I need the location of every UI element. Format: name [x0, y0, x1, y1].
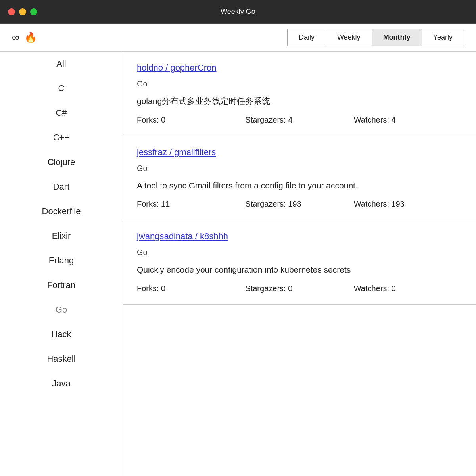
language-sidebar: All C C# C++ Clojure Dart Dockerfile Eli…	[0, 52, 123, 476]
repo-description-2: Quickly encode your configuration into k…	[137, 263, 462, 276]
sidebar-item-dart[interactable]: Dart	[0, 175, 123, 199]
close-button[interactable]	[8, 8, 15, 15]
repo-language-2: Go	[137, 248, 462, 257]
repo-stats-1: Forks: 11 Stargazers: 193 Watchers: 193	[137, 200, 462, 209]
infinity-icon: ∞	[12, 31, 19, 44]
period-yearly-button[interactable]: Yearly	[422, 29, 464, 46]
fire-icon: 🔥	[24, 31, 37, 44]
window-controls	[8, 8, 37, 15]
sidebar-item-cpp[interactable]: C++	[0, 125, 123, 150]
repo-card-0: holdno / gopherCron Go golang分布式多业务线定时任务…	[123, 52, 476, 136]
maximize-button[interactable]	[30, 8, 37, 15]
repo-link-0[interactable]: holdno / gopherCron	[137, 63, 462, 73]
repo-card-1: jessfraz / gmailfilters Go A tool to syn…	[123, 136, 476, 221]
repo-link-2[interactable]: jwangsadinata / k8shhh	[137, 231, 462, 242]
sidebar-item-fortran[interactable]: Fortran	[0, 273, 123, 298]
repo-forks-2: Forks: 0	[137, 284, 245, 293]
repo-stargazers-0: Stargazers: 4	[245, 115, 353, 125]
repo-description-0: golang分布式多业务线定时任务系统	[137, 95, 462, 107]
period-selector: Daily Weekly Monthly Yearly	[288, 29, 464, 46]
sidebar-item-go[interactable]: Go	[0, 298, 123, 322]
sidebar-item-haskell[interactable]: Haskell	[0, 347, 123, 371]
sidebar-item-dockerfile[interactable]: Dockerfile	[0, 199, 123, 224]
repo-forks-1: Forks: 11	[137, 200, 245, 209]
repo-stargazers-1: Stargazers: 193	[245, 200, 353, 209]
repo-watchers-2: Watchers: 0	[354, 284, 462, 293]
sidebar-item-erlang[interactable]: Erlang	[0, 248, 123, 273]
sidebar-item-java[interactable]: Java	[0, 371, 123, 396]
repo-description-1: A tool to sync Gmail filters from a conf…	[137, 179, 462, 192]
window-title: Weekly Go	[221, 8, 255, 16]
repo-watchers-0: Watchers: 4	[354, 115, 462, 125]
main-content: All C C# C++ Clojure Dart Dockerfile Eli…	[0, 52, 476, 476]
sidebar-item-csharp[interactable]: C#	[0, 101, 123, 125]
repo-watchers-1: Watchers: 193	[354, 200, 462, 209]
sidebar-item-hack[interactable]: Hack	[0, 322, 123, 347]
period-weekly-button[interactable]: Weekly	[326, 29, 372, 46]
repo-forks-0: Forks: 0	[137, 115, 245, 125]
repo-card-2: jwangsadinata / k8shhh Go Quickly encode…	[123, 220, 476, 305]
repo-language-1: Go	[137, 164, 462, 173]
repo-stats-0: Forks: 0 Stargazers: 4 Watchers: 4	[137, 115, 462, 125]
repo-link-1[interactable]: jessfraz / gmailfilters	[137, 147, 462, 157]
toolbar-icons: ∞ 🔥	[12, 31, 37, 44]
sidebar-item-elixir[interactable]: Elixir	[0, 224, 123, 248]
toolbar: ∞ 🔥 Daily Weekly Monthly Yearly	[0, 24, 476, 52]
sidebar-item-all[interactable]: All	[0, 52, 123, 76]
period-monthly-button[interactable]: Monthly	[372, 29, 422, 46]
minimize-button[interactable]	[19, 8, 26, 15]
sidebar-item-clojure[interactable]: Clojure	[0, 150, 123, 175]
repo-list: holdno / gopherCron Go golang分布式多业务线定时任务…	[123, 52, 476, 476]
repo-stats-2: Forks: 0 Stargazers: 0 Watchers: 0	[137, 284, 462, 293]
titlebar: Weekly Go	[0, 0, 476, 24]
period-daily-button[interactable]: Daily	[287, 29, 326, 46]
repo-stargazers-2: Stargazers: 0	[245, 284, 353, 293]
sidebar-item-c[interactable]: C	[0, 76, 123, 101]
repo-language-0: Go	[137, 79, 462, 88]
